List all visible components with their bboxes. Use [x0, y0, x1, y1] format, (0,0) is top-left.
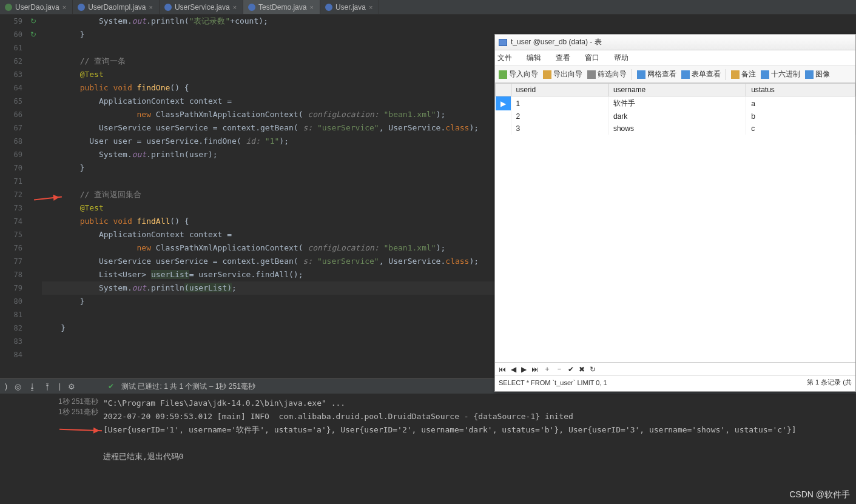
nav-button[interactable]: ⏭ [531, 365, 539, 374]
file-icon [248, 4, 255, 11]
test-pass-icon: ✔ [108, 382, 114, 391]
db-col-header[interactable]: userid [511, 84, 608, 96]
db-tool-button[interactable]: 网格查看 [637, 69, 676, 79]
tab-label: User.java [335, 3, 366, 12]
close-icon[interactable]: × [62, 4, 66, 11]
tool-icon [543, 70, 551, 79]
tool-icon [499, 70, 507, 79]
db-menubar[interactable]: 文件编辑查看窗口帮助 [495, 50, 855, 66]
editor-tab[interactable]: User.java× [320, 0, 379, 14]
tool-icon [731, 70, 740, 79]
tool-icon [805, 70, 814, 79]
db-record-nav[interactable]: ⏮◀▶⏭＋－✔✖↻ [495, 362, 855, 375]
nav-button[interactable]: ⏮ [499, 365, 506, 374]
db-grid[interactable]: useridusernameustatus▶1软件手a2darkb3showsc [495, 83, 855, 362]
console-timing: 1秒 251毫秒1秒 251毫秒 [0, 394, 103, 503]
editor-tabs: UserDao.java×UserDaoImpl.java×UserServic… [0, 0, 856, 15]
db-col-header[interactable]: ustatus [746, 84, 855, 96]
nav-button[interactable]: ◀ [511, 365, 516, 374]
close-tool-icon[interactable]: ) [5, 382, 7, 391]
tool-icon [637, 70, 645, 79]
tool-icon [761, 70, 769, 79]
collapse-icon[interactable]: ⭳ [29, 382, 36, 391]
nav-button[interactable]: ▶ [521, 365, 527, 374]
nav-button[interactable]: ✖ [579, 365, 585, 374]
nav-button[interactable]: ↻ [590, 365, 596, 374]
nav-button[interactable]: ＋ [544, 364, 551, 374]
editor-tab[interactable]: UserDaoImpl.java× [73, 0, 160, 14]
file-icon [78, 4, 85, 11]
close-icon[interactable]: × [309, 4, 313, 11]
db-menu-item[interactable]: 帮助 [614, 53, 629, 63]
tab-label: UserDaoImpl.java [88, 3, 146, 12]
table-row[interactable]: 2darkb [496, 110, 855, 123]
expand-icon[interactable]: ⭱ [44, 382, 52, 391]
table-row[interactable]: ▶1软件手a [496, 96, 855, 111]
db-record-count: 第 1 条记录 (共 [807, 378, 852, 387]
editor-tab[interactable]: UserDao.java× [0, 0, 73, 14]
db-tool-button[interactable]: 筛选向导 [587, 69, 627, 79]
test-status-text: 测试 已通过: 1 共 1 个测试 – 1秒 251毫秒 [121, 381, 255, 392]
db-toolbar[interactable]: 导入向导导出向导筛选向导网格查看表单查看备注十六进制图像 [495, 66, 855, 83]
db-sql-text: SELECT * FROM `t_user` LIMIT 0, 1 [499, 379, 607, 386]
settings-icon[interactable]: ⚙ [68, 382, 75, 391]
tab-label: UserDao.java [15, 3, 59, 12]
file-icon [5, 4, 12, 11]
tab-label: TestDemo.java [258, 3, 306, 12]
close-icon[interactable]: × [369, 4, 372, 11]
tool-icon [587, 70, 596, 79]
db-menu-item[interactable]: 编辑 [527, 53, 541, 63]
db-tool-button[interactable]: 图像 [805, 69, 830, 79]
db-tool-button[interactable]: 十六进制 [761, 69, 800, 79]
nav-button[interactable]: ✔ [568, 365, 574, 374]
nav-button[interactable]: － [556, 364, 563, 374]
db-tool-button[interactable]: 备注 [731, 69, 756, 79]
close-icon[interactable]: × [233, 4, 237, 11]
console-panel: 1秒 251毫秒1秒 251毫秒 "C:\Program Files\Java\… [0, 394, 856, 503]
file-icon [164, 4, 172, 11]
db-titlebar[interactable]: t_user @user_db (data) - 表 [495, 35, 855, 50]
editor-tab[interactable]: TestDemo.java× [243, 0, 320, 14]
db-tool-button[interactable]: 导入向导 [499, 69, 538, 79]
db-menu-item[interactable]: 查看 [556, 53, 570, 63]
table-row[interactable]: 3showsc [496, 123, 855, 135]
db-menu-item[interactable]: 窗口 [585, 53, 599, 63]
tab-label: UserService.java [175, 3, 230, 12]
db-col-header[interactable]: username [608, 84, 746, 96]
target-icon[interactable]: ◎ [15, 382, 21, 391]
table-icon [499, 39, 507, 46]
gutter-marks: ↻↻ [27, 15, 39, 378]
close-icon[interactable]: × [149, 4, 153, 11]
db-tool-button[interactable]: 表单查看 [681, 69, 721, 79]
file-icon [325, 4, 332, 11]
watermark: CSDN @软件手 [789, 489, 850, 500]
db-viewer-window[interactable]: t_user @user_db (data) - 表 文件编辑查看窗口帮助 导入… [494, 34, 856, 392]
tool-icon [681, 70, 690, 79]
db-tool-button[interactable]: 导出向导 [543, 69, 582, 79]
db-menu-item[interactable]: 文件 [497, 53, 512, 63]
line-gutter: 5960616263646566676869707172737475767778… [0, 15, 27, 378]
db-title-text: t_user @user_db (data) - 表 [511, 37, 602, 47]
console-output[interactable]: "C:\Program Files\Java\jdk-14.0.2\bin\ja… [103, 394, 856, 503]
editor-tab[interactable]: UserService.java× [160, 0, 243, 14]
db-statusbar: SELECT * FROM `t_user` LIMIT 0, 1 第 1 条记… [495, 375, 855, 389]
